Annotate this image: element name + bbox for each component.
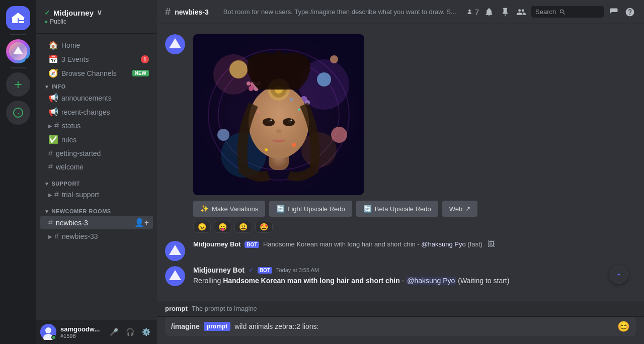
channel-hash-icon: #	[165, 6, 171, 18]
sidebar-item-events[interactable]: 📅 3 Events 1	[40, 52, 153, 66]
svg-point-43	[292, 143, 296, 147]
main-content: # newbies-3 Bot room for new users. Type…	[157, 0, 644, 344]
browse-icon: 🧭	[48, 68, 58, 78]
search-icon	[559, 9, 566, 16]
svg-marker-3	[11, 13, 25, 18]
svg-point-47	[290, 98, 293, 101]
section-chevron-info: ▼	[44, 84, 49, 90]
add-member-icon[interactable]: 👤+	[134, 218, 149, 227]
prompt-label: prompt	[165, 305, 188, 312]
inbox-button[interactable]	[608, 6, 620, 18]
status-channel-icon: #	[54, 121, 59, 130]
svg-point-41	[291, 120, 292, 121]
svg-point-40	[271, 120, 272, 121]
prompt-bar: prompt The prompt to imagine	[157, 301, 644, 317]
server-name: ✓ Midjourney ∨	[44, 8, 102, 17]
channel-welcome[interactable]: # welcome	[40, 160, 153, 174]
channel-status[interactable]: ▶ # status	[40, 119, 153, 132]
server-icon-explore[interactable]	[6, 101, 30, 125]
svg-point-45	[298, 109, 300, 111]
notification-bell-button[interactable]	[483, 6, 495, 18]
server-icon-add[interactable]: +	[6, 72, 30, 97]
channel-list: 🏠 Home 📅 3 Events 1 🧭 Browse Channels NE…	[36, 34, 157, 320]
user-online-dot	[51, 335, 56, 340]
avatar[interactable]	[40, 324, 56, 340]
hash-icon-5: #	[54, 232, 59, 241]
web-button[interactable]: Web ↗	[442, 201, 478, 217]
followup-message-header: Midjourney Bot ✓ BOT Today at 3:55 AM	[193, 266, 636, 274]
server-header[interactable]: ✓ Midjourney ∨ ● Public	[36, 0, 157, 34]
svg-point-6	[45, 327, 51, 333]
generated-image	[193, 34, 364, 195]
channel-title: # newbies-3	[165, 6, 209, 18]
chevron-right-icon-3: ▶	[48, 234, 52, 239]
action-buttons: ✨ Make Variations 🔄 Light Upscale Redo 🔄…	[193, 201, 636, 217]
reaction-grin[interactable]: 😀	[234, 221, 252, 233]
message-input[interactable]	[234, 317, 613, 336]
compact-avatar-space	[165, 240, 185, 261]
rules-icon: ✅	[48, 135, 58, 144]
emoji-picker-button[interactable]: 😊	[617, 320, 630, 332]
message-input-area: /imagine prompt 😊	[157, 317, 644, 344]
microphone-button[interactable]: 🎤	[107, 325, 121, 339]
announcement-icon-2: 📢	[48, 107, 58, 117]
followup-message-text: Rerolling Handsome Korean man with long …	[193, 276, 636, 286]
channel-trial-support[interactable]: ▶ # trial-support	[40, 188, 153, 201]
section-header-support[interactable]: ▼ SUPPORT	[36, 178, 157, 188]
members-list-button[interactable]	[515, 6, 527, 18]
hash-icon-3: #	[54, 190, 59, 199]
message-input-wrapper: /imagine prompt 😊	[165, 317, 636, 336]
section-header-info[interactable]: ▼ INFO	[36, 80, 157, 91]
beta-upscale-redo-button[interactable]: 🔄 Beta Upscale Redo	[356, 201, 438, 217]
channel-newbies-33[interactable]: ▶ # newbies-33	[40, 230, 153, 243]
help-button[interactable]	[624, 6, 636, 18]
svg-point-46	[258, 111, 260, 113]
top-bar: # newbies-3 Bot room for new users. Type…	[157, 0, 644, 24]
beta-upscale-icon: 🔄	[363, 205, 372, 213]
sidebar-item-browse[interactable]: 🧭 Browse Channels NEW	[40, 66, 153, 80]
channel-rules[interactable]: ✅ rules	[40, 133, 153, 146]
members-icon	[467, 8, 473, 16]
generated-image-container	[193, 34, 364, 195]
image-file-icon[interactable]: 🖼	[488, 240, 495, 248]
browse-new-badge: NEW	[132, 70, 149, 76]
bot-avatar	[165, 34, 185, 54]
settings-button[interactable]: ⚙️	[139, 325, 153, 339]
svg-point-21	[331, 127, 347, 143]
svg-rect-0	[12, 18, 18, 23]
section-chevron-support: ▼	[44, 181, 49, 187]
channel-newbies-3[interactable]: # newbies-3 👤+	[40, 216, 153, 229]
channel-announcements[interactable]: 📢 announcements	[40, 91, 153, 105]
midjourney-server-wrapper	[6, 39, 30, 63]
headset-button[interactable]: 🎧	[123, 325, 137, 339]
channel-getting-started[interactable]: # getting-started	[40, 147, 153, 160]
server-icon-midjourney[interactable]	[6, 39, 30, 63]
chevron-right-icon-2: ▶	[48, 192, 52, 198]
server-icon-home[interactable]	[6, 6, 30, 30]
slash-command-label: /imagine	[171, 317, 200, 336]
search-bar[interactable]: Search	[531, 6, 604, 18]
compact-bot-badge: BOT	[245, 241, 259, 248]
message-group-followup: Midjourney Bot ✓ BOT Today at 3:55 AM Re…	[165, 264, 636, 288]
compact-message-content: Midjourney Bot BOT Handsome Korean man w…	[193, 240, 636, 248]
message-content-image: ✨ Make Variations 🔄 Light Upscale Redo 🔄…	[193, 34, 636, 233]
home-icon: 🏠	[48, 40, 58, 50]
reaction-tongue[interactable]: 😛	[214, 221, 231, 233]
make-variations-button[interactable]: ✨ Make Variations	[193, 201, 265, 217]
compact-author: Midjourney Bot	[193, 240, 241, 248]
sidebar-item-home[interactable]: 🏠 Home	[40, 38, 153, 52]
scroll-to-bottom-button[interactable]	[610, 266, 628, 284]
channel-description: Bot room for new users. Type /imagine th…	[217, 8, 461, 16]
reaction-star-eyes[interactable]: 🤩	[255, 221, 273, 233]
section-header-newcomer[interactable]: ▼ NEWCOMER ROOMS	[36, 205, 157, 215]
pin-button[interactable]	[499, 6, 511, 18]
server-sidebar: +	[0, 0, 36, 344]
section-info: ▼ INFO 📢 announcements 📢 recent-changes …	[36, 80, 157, 174]
compact-message-row: Midjourney Bot BOT Handsome Korean man w…	[165, 239, 636, 262]
channel-recent-changes[interactable]: 📢 recent-changes	[40, 105, 153, 119]
followup-author: Midjourney Bot	[193, 266, 245, 274]
reaction-angry[interactable]: 😠	[193, 221, 211, 233]
online-indicator	[25, 58, 30, 63]
light-upscale-redo-button[interactable]: 🔄 Light Upscale Redo	[269, 201, 352, 217]
top-bar-actions: 7 Search	[467, 6, 636, 18]
